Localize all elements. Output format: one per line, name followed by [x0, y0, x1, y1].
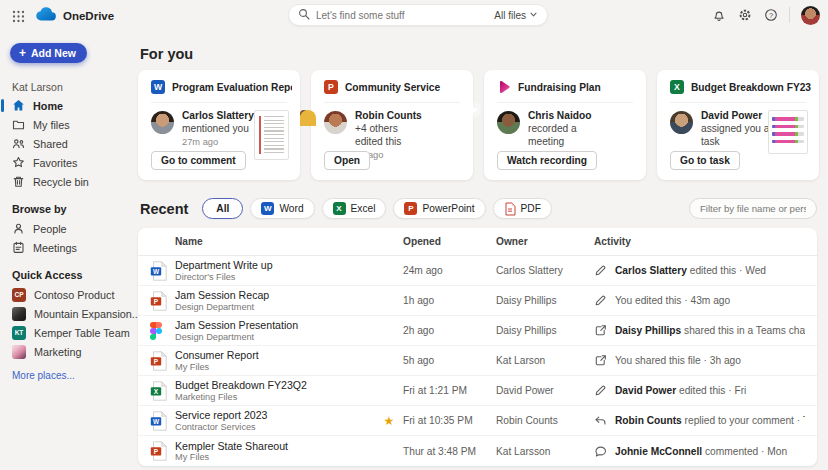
team-badge-icon [12, 345, 26, 359]
file-name-cell[interactable]: Jam Session PresentationDesign Departmen… [175, 319, 375, 341]
divider [789, 7, 790, 23]
card-thumbnail [768, 110, 808, 154]
add-new-label: Add New [31, 47, 76, 59]
quick-access-item-contoso-product[interactable]: CPContoso Product [0, 285, 133, 304]
file-name-cell[interactable]: Department Write upDirector's Files [175, 259, 375, 281]
notifications-icon[interactable] [711, 8, 726, 23]
sidebar-item-recycle-bin[interactable]: Recycle bin [0, 172, 133, 191]
sidebar-item-people[interactable]: People [0, 219, 133, 238]
trash-icon [12, 175, 25, 188]
svg-text:?: ? [768, 11, 772, 20]
sidebar-item-meetings[interactable]: Meetings [0, 238, 133, 257]
for-you-card[interactable]: WProgram Evaluation ReportCarlos Slatter… [138, 70, 300, 180]
primary-nav: HomeMy filesSharedFavoritesRecycle bin [0, 96, 133, 191]
activity-cell: David Power edited this · Fri [594, 384, 805, 397]
sidebar-item-favorites[interactable]: Favorites [0, 153, 133, 172]
owner-cell: Carlos Slattery [496, 265, 594, 276]
table-row[interactable]: Jam Session PresentationDesign Departmen… [138, 316, 817, 346]
browse-by-nav: PeopleMeetings [0, 219, 133, 257]
filter-pill-powerpoint[interactable]: PPowerPoint [393, 198, 485, 219]
table-row[interactable]: PKempler State ShareoutMy FilesThur at 3… [138, 436, 817, 466]
sidebar-item-home[interactable]: Home [0, 96, 133, 115]
table-row[interactable]: PConsumer ReportMy Files5h agoKat Larson… [138, 346, 817, 376]
share-icon [594, 324, 607, 337]
help-icon[interactable]: ? [763, 8, 778, 23]
sidebar-item-shared[interactable]: Shared [0, 134, 133, 153]
activity-text: David Power edited this · Fri [615, 385, 746, 396]
team-badge-icon: KT [12, 326, 26, 340]
actor-avatar [151, 111, 174, 134]
card-action-button[interactable]: Go to comment [151, 151, 246, 170]
recent-title: Recent [140, 201, 188, 217]
quick-access-item-marketing[interactable]: Marketing [0, 342, 133, 361]
quick-access-label: Marketing [34, 346, 81, 358]
opened-cell: Fri at 1:21 PM [403, 385, 496, 396]
file-name-cell[interactable]: Consumer ReportMy Files [175, 349, 375, 371]
home-icon [12, 99, 25, 112]
onedrive-logo[interactable]: OneDrive [36, 7, 114, 25]
card-action-button[interactable]: Open [324, 151, 370, 170]
edit-icon [594, 264, 607, 277]
settings-icon[interactable] [737, 8, 752, 23]
file-name-cell[interactable]: Service report 2023Contractor Services [175, 409, 375, 431]
search-input[interactable] [316, 10, 494, 21]
quick-access-item-kemper-table-team[interactable]: KTKemper Table Team [0, 323, 133, 342]
more-places-link[interactable]: More places... [12, 370, 133, 381]
file-name-cell[interactable]: Kempler State ShareoutMy Files [175, 440, 375, 462]
activity-cell: You shared this file · 3h ago [594, 354, 805, 367]
file-location: Marketing Files [175, 392, 375, 402]
quick-access-item-mountain-expansion[interactable]: Mountain Expansion... [0, 304, 133, 323]
for-you-card[interactable]: Fundraising PlanChris Naidoo recorded a … [484, 70, 646, 180]
shared-icon [12, 137, 25, 150]
file-name-cell[interactable]: Budget Breakdown FY23Q2Marketing Files [175, 379, 375, 401]
file-name: Jam Session Presentation [175, 319, 375, 331]
table-row[interactable]: WDepartment Write upDirector's Files24m … [138, 256, 817, 286]
word-icon: W [261, 202, 274, 215]
file-location: My Files [175, 362, 375, 372]
svg-text:X: X [154, 387, 159, 394]
sidebar-item-my-files[interactable]: My files [0, 115, 133, 134]
table-row[interactable]: PJam Session RecapDesign Department1h ag… [138, 286, 817, 316]
filter-pill-excel[interactable]: XExcel [322, 198, 387, 219]
for-you-card[interactable]: XBudget Breakdown FY23Q2David Power assi… [657, 70, 819, 180]
actor-avatar [497, 111, 520, 134]
top-right-actions: ? [711, 0, 820, 30]
card-action-button[interactable]: Watch recording [497, 151, 597, 170]
opened-cell: 24m ago [403, 265, 496, 276]
user-avatar[interactable] [801, 6, 820, 25]
card-title-row: Fundraising Plan [497, 80, 638, 94]
column-header-activity[interactable]: Activity [594, 236, 805, 247]
column-header-name[interactable]: Name [175, 236, 375, 247]
table-row[interactable]: XBudget Breakdown FY23Q2Marketing FilesF… [138, 376, 817, 406]
opened-cell: 2h ago [403, 325, 496, 336]
sidebar-item-label: Recycle bin [33, 176, 89, 188]
card-action-button[interactable]: Go to task [670, 151, 740, 170]
column-header-opened[interactable]: Opened [403, 236, 496, 247]
table-row[interactable]: WService report 2023Contractor Services★… [138, 406, 817, 436]
column-header-owner[interactable]: Owner [496, 236, 594, 247]
meetings-icon [12, 241, 25, 254]
quick-access-nav: CPContoso ProductMountain Expansion...KT… [0, 285, 133, 361]
actor-avatar [670, 111, 693, 134]
search-scope-dropdown[interactable]: All files [494, 10, 538, 21]
file-name: Kempler State Shareout [175, 440, 375, 452]
stream-icon [497, 80, 511, 94]
owner-cell: Robin Counts [496, 415, 594, 426]
for-you-card[interactable]: PCommunity ServiceRobin Counts +4 others… [311, 70, 473, 180]
filter-pill-pdf[interactable]: PDF [493, 198, 552, 219]
search-bar[interactable]: All files [288, 4, 548, 26]
favorite-star-icon[interactable]: ★ [375, 415, 403, 427]
filter-pill-all[interactable]: All [202, 198, 243, 219]
filter-pill-label: All [216, 203, 229, 214]
card-title-row: PCommunity Service [324, 80, 465, 94]
add-new-button[interactable]: + Add New [10, 43, 87, 63]
filter-input[interactable] [689, 198, 817, 219]
file-name-cell[interactable]: Jam Session RecapDesign Department [175, 289, 375, 311]
quick-access-label: Mountain Expansion... [34, 308, 141, 320]
file-location: Design Department [175, 332, 375, 342]
activity-cell: Robin Counts replied to your comment · T… [594, 414, 805, 427]
filter-pill-word[interactable]: WWord [250, 198, 314, 219]
user-name-label: Kat Larson [12, 81, 133, 93]
app-launcher-icon[interactable] [10, 8, 26, 24]
plus-icon: + [19, 47, 26, 59]
